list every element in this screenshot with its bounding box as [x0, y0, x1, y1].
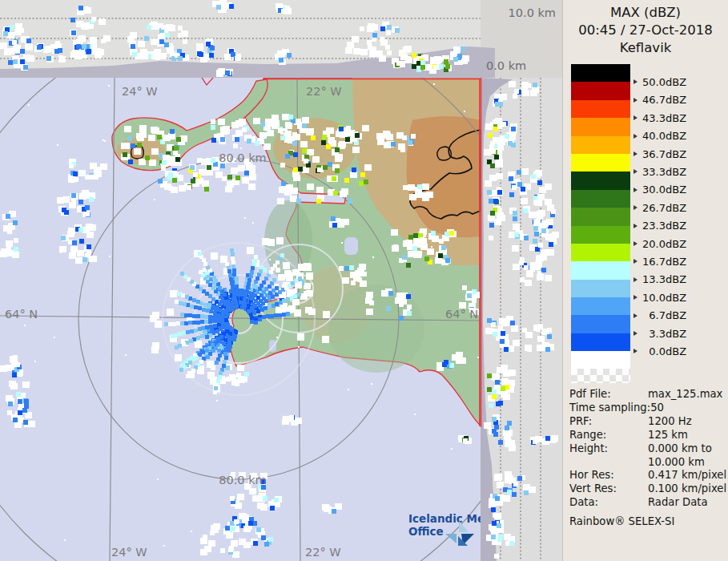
radar-echo-cell — [20, 49, 25, 54]
radar-echo-cell — [524, 490, 529, 495]
legend-band — [571, 64, 630, 82]
legend-below-scale-white — [571, 351, 630, 369]
radar-echo-cell — [177, 292, 181, 296]
radar-echo-cell — [227, 175, 232, 180]
radar-echo-cell — [250, 270, 254, 274]
legend-label: 33.3 dBZ — [633, 165, 686, 178]
radar-echo-cell — [494, 474, 501, 481]
radar-echo-cell — [216, 400, 218, 402]
radar-echo-cell — [256, 309, 260, 313]
radar-echo-cell — [380, 26, 385, 31]
radar-echo-cell — [186, 374, 190, 378]
legend-tick-arrow-icon — [633, 241, 638, 246]
radar-echo-cell — [276, 268, 280, 272]
radar-echo-cell — [230, 281, 234, 285]
radar-echo-cell — [451, 448, 452, 450]
radar-echo-cell — [444, 59, 448, 64]
radar-echo-cell — [352, 137, 357, 142]
radar-echo-cell — [207, 165, 211, 170]
radar-echo-cell — [76, 44, 81, 49]
radar-echo-cell — [366, 292, 373, 298]
radar-echo-cell — [271, 115, 279, 121]
radar-echo-cell — [164, 42, 169, 47]
radar-echo-cell — [312, 283, 313, 285]
radar-echo-cell — [509, 192, 514, 197]
radar-echo-cell — [286, 297, 290, 301]
radar-echo-cell — [192, 298, 196, 302]
radar-echo-cell — [507, 490, 512, 494]
radar-echo-cell — [225, 262, 229, 266]
radar-echo-cell — [379, 55, 386, 62]
radar-echo-cell — [306, 163, 311, 167]
radar-echo-cell — [223, 293, 227, 297]
radar-echo-cell — [355, 133, 360, 138]
radar-echo-cell — [222, 364, 226, 368]
radar-echo-cell — [207, 303, 211, 307]
radar-echo-cell — [247, 282, 251, 286]
radar-echo-cell — [522, 328, 527, 333]
radar-echo-cell — [497, 537, 502, 542]
radar-echo-cell — [388, 291, 393, 296]
radar-echo-cell — [20, 59, 25, 64]
radar-echo-cell — [231, 256, 235, 260]
radar-echo-cell — [293, 294, 297, 298]
radar-echo-cell — [220, 318, 224, 322]
radar-echo-cell — [420, 60, 425, 65]
radar-echo-cell — [254, 255, 258, 259]
radar-echo-cell — [59, 246, 66, 252]
radar-echo-cell — [487, 373, 492, 378]
radar-echo-cell — [131, 143, 135, 148]
radar-echo-cell — [190, 305, 194, 309]
legend-label: 43.3 dBZ — [633, 111, 686, 124]
legend-tick-arrow-icon — [633, 169, 638, 174]
radar-echo-cell — [89, 257, 94, 262]
product-info-rows: Pdf File:max_125.maxTime sampling:50PRF:… — [569, 388, 726, 510]
radar-echo-cell — [213, 324, 217, 328]
radar-echo-cell — [235, 176, 240, 180]
radar-echo-cell — [175, 354, 182, 361]
radar-echo-cell — [487, 190, 492, 195]
radar-echo-cell — [210, 46, 215, 50]
radar-echo-cell — [459, 357, 466, 364]
radar-echo-cell — [226, 344, 230, 348]
radar-echo-cell — [188, 297, 192, 301]
radar-echo-cell — [491, 373, 498, 380]
radar-echo-cell — [57, 197, 64, 204]
radar-echo-cell — [77, 250, 84, 256]
radar-echo-cell — [323, 311, 330, 318]
radar-echo-cell — [444, 360, 448, 365]
radar-echo-cell — [508, 440, 515, 446]
radar-echo-cell — [170, 129, 175, 134]
radar-echo-cell — [201, 326, 205, 330]
radar-echo-cell — [199, 255, 203, 259]
radar-echo-cell — [213, 390, 217, 394]
radar-echo-cell — [43, 46, 50, 53]
legend-label: 6.7 dBZ — [633, 309, 686, 322]
radar-echo-cell — [344, 266, 349, 271]
legend-label: 30.0 dBZ — [633, 184, 686, 196]
radar-echo-cell — [541, 268, 546, 272]
radar-echo-cell — [205, 349, 209, 353]
radar-echo-cell — [371, 383, 372, 385]
radar-echo-cell — [191, 531, 192, 532]
radar-echo-cell — [489, 502, 496, 508]
radar-echo-cell — [82, 44, 86, 49]
radar-echo-cell — [509, 81, 516, 87]
radar-echo-cell — [196, 43, 203, 50]
software-brand: Rainbow® SELEX-SI — [569, 515, 674, 527]
radar-echo-cell — [256, 527, 261, 532]
radar-echo-cell — [192, 314, 196, 318]
radar-echo-cell — [28, 104, 30, 106]
radar-echo-cell — [195, 341, 202, 348]
radar-echo-cell — [198, 306, 202, 310]
radar-echo-cell — [240, 305, 244, 309]
radar-echo-cell — [179, 301, 183, 305]
radar-echo-cell — [163, 545, 165, 547]
radar-echo-cell — [74, 177, 78, 182]
radar-echo-cell — [211, 119, 215, 124]
radar-echo-cell — [161, 166, 166, 171]
radar-echo-cell — [273, 120, 278, 125]
radar-echo-cell — [182, 342, 186, 346]
radar-echo-cell — [427, 248, 434, 255]
legend-tick-arrow-icon — [633, 295, 638, 300]
